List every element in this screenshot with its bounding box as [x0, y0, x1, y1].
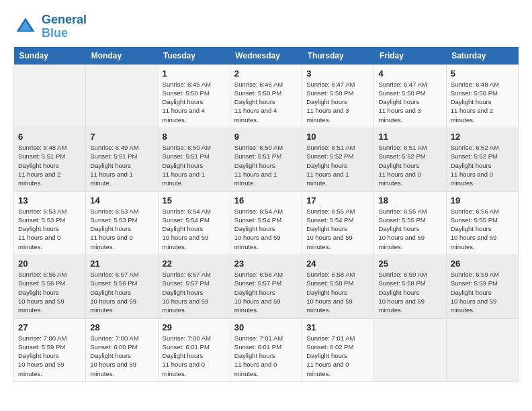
weekday-header-row: SundayMondayTuesdayWednesdayThursdayFrid… [14, 47, 519, 65]
day-number: 2 [234, 68, 298, 79]
day-info: Sunrise: 6:55 AM Sunset: 5:54 PM Dayligh… [306, 207, 369, 251]
calendar-cell: 17 Sunrise: 6:55 AM Sunset: 5:54 PM Dayl… [302, 191, 374, 255]
calendar-table: SundayMondayTuesdayWednesdayThursdayFrid… [13, 47, 519, 382]
week-row-5: 27 Sunrise: 7:00 AM Sunset: 5:59 PM Dayl… [14, 318, 519, 381]
day-info: Sunrise: 6:56 AM Sunset: 5:55 PM Dayligh… [451, 207, 514, 251]
day-info: Sunrise: 7:00 AM Sunset: 6:01 PM Dayligh… [163, 334, 226, 378]
logo: General Blue [13, 13, 87, 40]
calendar-cell: 5 Sunrise: 6:48 AM Sunset: 5:50 PM Dayli… [446, 64, 518, 128]
day-info: Sunrise: 6:53 AM Sunset: 5:53 PM Dayligh… [18, 207, 81, 251]
calendar-cell: 28 Sunrise: 7:00 AM Sunset: 6:00 PM Dayl… [86, 318, 158, 381]
weekday-header-tuesday: Tuesday [158, 47, 230, 65]
calendar-cell: 11 Sunrise: 6:51 AM Sunset: 5:52 PM Dayl… [374, 128, 446, 191]
calendar-cell: 8 Sunrise: 6:50 AM Sunset: 5:51 PM Dayli… [158, 128, 230, 191]
day-info: Sunrise: 6:52 AM Sunset: 5:52 PM Dayligh… [451, 143, 514, 187]
calendar-cell: 30 Sunrise: 7:01 AM Sunset: 6:01 PM Dayl… [230, 318, 302, 381]
calendar-cell: 21 Sunrise: 6:57 AM Sunset: 5:56 PM Dayl… [86, 255, 158, 318]
calendar-cell: 12 Sunrise: 6:52 AM Sunset: 5:52 PM Dayl… [446, 128, 518, 191]
day-number: 20 [18, 259, 81, 269]
calendar-cell: 29 Sunrise: 7:00 AM Sunset: 6:01 PM Dayl… [158, 318, 230, 381]
day-info: Sunrise: 6:46 AM Sunset: 5:50 PM Dayligh… [234, 80, 298, 124]
day-number: 8 [163, 132, 226, 142]
calendar-cell: 3 Sunrise: 6:47 AM Sunset: 5:50 PM Dayli… [302, 64, 374, 128]
day-number: 24 [306, 259, 369, 269]
day-number: 21 [90, 259, 153, 269]
calendar-cell: 31 Sunrise: 7:01 AM Sunset: 6:02 PM Dayl… [302, 318, 374, 381]
calendar-cell [446, 318, 518, 381]
day-info: Sunrise: 6:50 AM Sunset: 5:51 PM Dayligh… [163, 143, 226, 187]
day-info: Sunrise: 6:47 AM Sunset: 5:50 PM Dayligh… [306, 80, 369, 124]
day-number: 16 [234, 195, 298, 205]
day-number: 26 [451, 259, 514, 269]
day-info: Sunrise: 6:53 AM Sunset: 5:53 PM Dayligh… [90, 207, 153, 251]
day-number: 11 [378, 132, 441, 142]
calendar-cell: 15 Sunrise: 6:54 AM Sunset: 5:54 PM Dayl… [158, 191, 230, 255]
day-number: 3 [306, 68, 369, 79]
day-number: 7 [90, 132, 153, 142]
calendar-cell: 4 Sunrise: 6:47 AM Sunset: 5:50 PM Dayli… [374, 64, 446, 128]
day-info: Sunrise: 6:49 AM Sunset: 5:51 PM Dayligh… [90, 143, 153, 187]
calendar-body: 1 Sunrise: 6:45 AM Sunset: 5:50 PM Dayli… [14, 64, 519, 381]
day-number: 14 [90, 195, 153, 205]
day-number: 30 [234, 322, 298, 332]
day-info: Sunrise: 6:51 AM Sunset: 5:52 PM Dayligh… [306, 143, 369, 187]
day-info: Sunrise: 6:54 AM Sunset: 5:54 PM Dayligh… [163, 207, 226, 251]
day-info: Sunrise: 6:58 AM Sunset: 5:57 PM Dayligh… [234, 270, 298, 314]
day-info: Sunrise: 6:51 AM Sunset: 5:52 PM Dayligh… [378, 143, 441, 187]
day-info: Sunrise: 6:47 AM Sunset: 5:50 PM Dayligh… [378, 80, 441, 124]
calendar-cell: 18 Sunrise: 6:55 AM Sunset: 5:55 PM Dayl… [374, 191, 446, 255]
week-row-3: 13 Sunrise: 6:53 AM Sunset: 5:53 PM Dayl… [14, 191, 519, 255]
day-info: Sunrise: 6:57 AM Sunset: 5:57 PM Dayligh… [163, 270, 226, 314]
day-info: Sunrise: 7:00 AM Sunset: 5:59 PM Dayligh… [18, 334, 81, 378]
day-number: 29 [163, 322, 226, 332]
day-number: 6 [18, 132, 81, 142]
calendar-cell: 2 Sunrise: 6:46 AM Sunset: 5:50 PM Dayli… [230, 64, 302, 128]
calendar-cell [86, 64, 158, 128]
weekday-header-thursday: Thursday [302, 47, 374, 65]
day-info: Sunrise: 6:56 AM Sunset: 5:56 PM Dayligh… [18, 270, 81, 314]
day-number: 12 [451, 132, 514, 142]
calendar-cell: 9 Sunrise: 6:50 AM Sunset: 5:51 PM Dayli… [230, 128, 302, 191]
calendar-cell: 22 Sunrise: 6:57 AM Sunset: 5:57 PM Dayl… [158, 255, 230, 318]
day-info: Sunrise: 6:58 AM Sunset: 5:58 PM Dayligh… [306, 270, 369, 314]
calendar-cell: 25 Sunrise: 6:59 AM Sunset: 5:58 PM Dayl… [374, 255, 446, 318]
day-number: 5 [451, 68, 514, 79]
calendar-cell: 10 Sunrise: 6:51 AM Sunset: 5:52 PM Dayl… [302, 128, 374, 191]
day-info: Sunrise: 6:57 AM Sunset: 5:56 PM Dayligh… [90, 270, 153, 314]
calendar-cell: 26 Sunrise: 6:59 AM Sunset: 5:59 PM Dayl… [446, 255, 518, 318]
day-number: 9 [234, 132, 298, 142]
day-number: 15 [163, 195, 226, 205]
day-number: 1 [163, 68, 226, 79]
day-info: Sunrise: 7:01 AM Sunset: 6:02 PM Dayligh… [306, 334, 369, 378]
weekday-header-friday: Friday [374, 47, 446, 65]
weekday-header-saturday: Saturday [446, 47, 518, 65]
day-info: Sunrise: 6:59 AM Sunset: 5:58 PM Dayligh… [378, 270, 441, 314]
logo-icon [13, 15, 38, 39]
calendar-cell: 7 Sunrise: 6:49 AM Sunset: 5:51 PM Dayli… [86, 128, 158, 191]
calendar-cell [374, 318, 446, 381]
day-info: Sunrise: 6:48 AM Sunset: 5:50 PM Dayligh… [451, 80, 514, 124]
calendar-cell [14, 64, 86, 128]
day-info: Sunrise: 7:01 AM Sunset: 6:01 PM Dayligh… [234, 334, 298, 378]
day-number: 17 [306, 195, 369, 205]
page-header: General Blue [13, 13, 519, 40]
day-number: 23 [234, 259, 298, 269]
day-info: Sunrise: 6:50 AM Sunset: 5:51 PM Dayligh… [234, 143, 298, 187]
day-number: 28 [90, 322, 153, 332]
weekday-header-wednesday: Wednesday [230, 47, 302, 65]
calendar-cell: 24 Sunrise: 6:58 AM Sunset: 5:58 PM Dayl… [302, 255, 374, 318]
calendar-cell: 20 Sunrise: 6:56 AM Sunset: 5:56 PM Dayl… [14, 255, 86, 318]
week-row-4: 20 Sunrise: 6:56 AM Sunset: 5:56 PM Dayl… [14, 255, 519, 318]
day-info: Sunrise: 6:55 AM Sunset: 5:55 PM Dayligh… [378, 207, 441, 251]
calendar-cell: 6 Sunrise: 6:48 AM Sunset: 5:51 PM Dayli… [14, 128, 86, 191]
calendar-cell: 23 Sunrise: 6:58 AM Sunset: 5:57 PM Dayl… [230, 255, 302, 318]
day-number: 27 [18, 322, 81, 332]
week-row-2: 6 Sunrise: 6:48 AM Sunset: 5:51 PM Dayli… [14, 128, 519, 191]
calendar-cell: 14 Sunrise: 6:53 AM Sunset: 5:53 PM Dayl… [86, 191, 158, 255]
day-number: 25 [378, 259, 441, 269]
week-row-1: 1 Sunrise: 6:45 AM Sunset: 5:50 PM Dayli… [14, 64, 519, 128]
calendar-cell: 19 Sunrise: 6:56 AM Sunset: 5:55 PM Dayl… [446, 191, 518, 255]
calendar-cell: 13 Sunrise: 6:53 AM Sunset: 5:53 PM Dayl… [14, 191, 86, 255]
calendar-cell: 27 Sunrise: 7:00 AM Sunset: 5:59 PM Dayl… [14, 318, 86, 381]
day-info: Sunrise: 6:54 AM Sunset: 5:54 PM Dayligh… [234, 207, 298, 251]
